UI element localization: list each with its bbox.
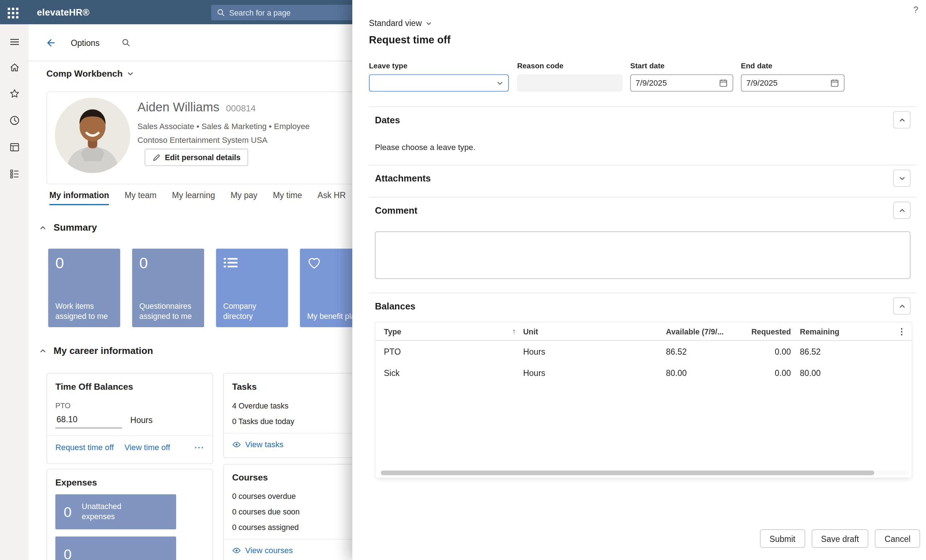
column-options-kebab-icon[interactable]: ⋮ — [892, 326, 912, 336]
view-courses-link[interactable]: View courses — [232, 546, 293, 555]
tab-my-information[interactable]: My information — [50, 190, 109, 205]
column-header-requested[interactable]: Requested — [734, 327, 791, 336]
flyout-footer: Submit Save draft Cancel — [760, 529, 920, 548]
column-header-remaining[interactable]: Remaining — [791, 327, 892, 336]
sort-ascending-icon[interactable]: ↑ — [513, 327, 522, 335]
workbench-label: Comp Workbench — [46, 68, 123, 78]
balance-value-input[interactable] — [55, 415, 122, 429]
column-header-available[interactable]: Available (7/9/... — [666, 327, 734, 336]
comment-textarea[interactable] — [375, 231, 911, 279]
chevron-up-icon — [898, 207, 905, 214]
back-button[interactable] — [44, 37, 56, 49]
leave-type-input[interactable] — [374, 78, 496, 88]
application-window: elevateHR® Options — [0, 0, 926, 560]
home-icon[interactable] — [0, 55, 29, 79]
career-section-header: My career information — [39, 346, 153, 356]
eye-icon — [232, 441, 241, 448]
chevron-up-icon — [898, 116, 905, 124]
tile-company-directory[interactable]: Company directory — [216, 249, 288, 327]
tile-unattached-expenses[interactable]: 0 Unattached expenses — [55, 494, 176, 529]
request-time-off-link[interactable]: Request time off — [55, 443, 113, 452]
save-draft-button[interactable]: Save draft — [811, 529, 869, 548]
column-header-unit[interactable]: Unit — [522, 327, 666, 336]
menu-icon[interactable] — [0, 30, 29, 53]
balance-unit: Hours — [130, 415, 152, 428]
help-icon[interactable]: ? — [913, 5, 918, 15]
dates-section-header: Dates — [375, 111, 911, 129]
comment-collapse-button[interactable] — [893, 202, 911, 219]
horizontal-scrollbar[interactable] — [378, 470, 909, 475]
request-time-off-flyout: ? Standard view Request time off Leave t… — [352, 0, 926, 560]
balances-table: Type ↑ Unit Available (7/9/... Requested… — [375, 322, 912, 478]
end-date-input[interactable] — [741, 74, 844, 92]
divider — [369, 165, 917, 166]
table-row-sick[interactable]: Sick Hours 80.00 0.00 80.00 — [375, 362, 912, 383]
attachments-section-title: Attachments — [375, 173, 431, 184]
recent-clock-icon[interactable] — [0, 108, 29, 132]
dates-collapse-button[interactable] — [893, 111, 911, 129]
attachments-section-header: Attachments — [375, 169, 911, 187]
pencil-icon — [152, 153, 160, 162]
tile-count: 0 — [139, 255, 197, 272]
options-tab[interactable]: Options — [71, 38, 100, 47]
leave-type-field: Leave type — [369, 62, 509, 92]
page-search-box[interactable] — [211, 5, 360, 20]
action-pane-search-icon[interactable] — [121, 38, 130, 47]
calendar-icon[interactable] — [830, 78, 839, 88]
tab-my-learning[interactable]: My learning — [172, 190, 215, 205]
edit-personal-details-button[interactable]: Edit personal details — [145, 149, 248, 166]
balances-collapse-button[interactable] — [893, 297, 911, 315]
flyout-title: Request time off — [369, 34, 451, 47]
tile-work-items[interactable]: 0 Work items assigned to me — [48, 249, 120, 327]
leave-type-combobox[interactable] — [369, 74, 509, 92]
reason-code-input — [517, 74, 622, 92]
modules-checklist-icon[interactable] — [0, 162, 29, 186]
workbench-selector[interactable]: Comp Workbench — [46, 68, 134, 78]
workspaces-icon[interactable] — [0, 135, 29, 159]
calendar-icon[interactable] — [719, 78, 728, 88]
employee-details: Sales Associate • Sales & Marketing • Em… — [138, 122, 310, 131]
divider — [47, 435, 212, 436]
view-selector[interactable]: Standard view — [369, 18, 432, 28]
more-options-icon[interactable]: ⋯ — [194, 442, 204, 453]
view-time-off-link[interactable]: View time off — [124, 443, 170, 452]
app-title: elevateHR® — [37, 7, 89, 18]
view-tasks-link[interactable]: View tasks — [232, 440, 284, 449]
app-launcher-icon[interactable] — [8, 8, 18, 18]
search-input[interactable] — [229, 8, 354, 17]
chevron-down-icon — [425, 20, 432, 26]
summary-section-header: Summary — [39, 222, 97, 233]
comment-section-title: Comment — [375, 205, 418, 216]
profile-photo — [54, 98, 130, 173]
attachments-expand-button[interactable] — [893, 169, 911, 187]
collapse-chevron-up-icon[interactable] — [39, 347, 47, 355]
employee-id: 000814 — [226, 103, 256, 113]
start-date-input[interactable] — [630, 74, 733, 92]
chevron-down-icon — [127, 70, 134, 77]
tile-questionnaires[interactable]: 0 Questionnaires assigned to me — [132, 249, 204, 327]
card-title: Time Off Balances — [55, 381, 204, 391]
submit-button[interactable]: Submit — [760, 529, 805, 548]
tab-my-time[interactable]: My time — [273, 190, 302, 205]
chevron-down-icon — [898, 175, 905, 182]
tab-my-pay[interactable]: My pay — [230, 190, 257, 205]
chevron-down-icon[interactable] — [496, 80, 504, 87]
tile-expense-reports[interactable]: 0 — [55, 536, 176, 560]
employee-company: Contoso Entertainment System USA — [138, 136, 267, 145]
table-row-pto[interactable]: PTO Hours 86.52 0.00 86.52 — [375, 341, 912, 362]
tab-ask-hr[interactable]: Ask HR — [318, 190, 346, 205]
tile-count: 0 — [55, 255, 113, 272]
favorites-star-icon[interactable] — [0, 82, 29, 105]
career-title: My career information — [53, 346, 153, 356]
directory-list-icon — [223, 256, 281, 270]
balances-table-header: Type ↑ Unit Available (7/9/... Requested… — [375, 323, 912, 341]
column-header-type[interactable]: Type ↑ — [375, 327, 522, 336]
balances-section-header: Balances — [375, 297, 911, 315]
tab-my-team[interactable]: My team — [124, 190, 156, 205]
summary-title: Summary — [53, 222, 97, 233]
dates-message: Please choose a leave type. — [375, 143, 476, 152]
scrollbar-thumb[interactable] — [381, 470, 874, 475]
divider — [369, 106, 917, 107]
collapse-chevron-up-icon[interactable] — [39, 224, 47, 231]
cancel-button[interactable]: Cancel — [875, 529, 920, 548]
